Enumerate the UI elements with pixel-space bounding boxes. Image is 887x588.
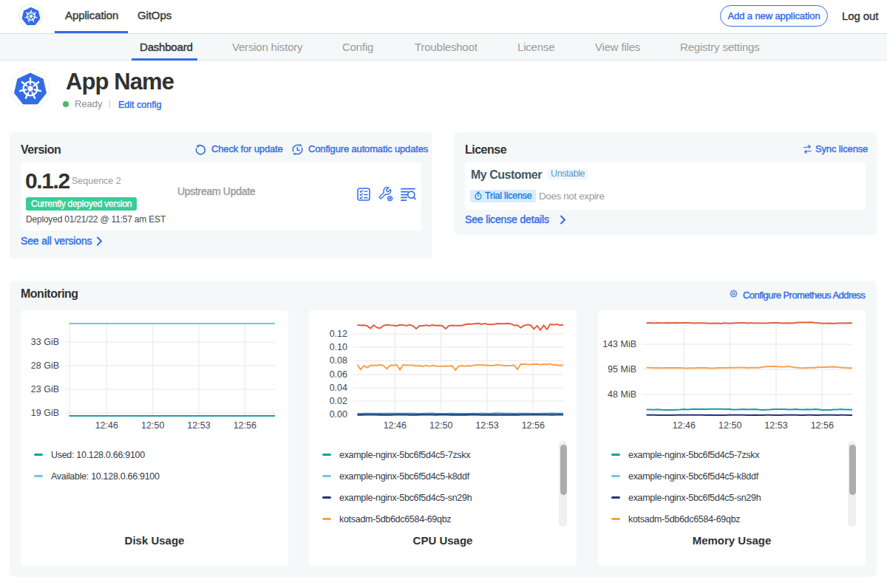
svg-text:0.08: 0.08 [330, 355, 347, 366]
svg-text:12:53: 12:53 [475, 420, 498, 431]
svg-text:12:46: 12:46 [384, 420, 407, 431]
svg-text:0.00: 0.00 [330, 409, 347, 420]
svg-text:95 MiB: 95 MiB [608, 364, 636, 375]
svg-text:12:56: 12:56 [234, 420, 256, 431]
svg-text:0.06: 0.06 [330, 369, 347, 380]
svg-text:19 GiB: 19 GiB [31, 408, 59, 418]
svg-text:12:53: 12:53 [187, 420, 210, 431]
svg-text:12:46: 12:46 [673, 420, 696, 431]
svg-text:0.10: 0.10 [330, 342, 347, 352]
svg-text:0.04: 0.04 [330, 383, 347, 393]
svg-text:12:50: 12:50 [141, 420, 164, 431]
svg-text:12:50: 12:50 [429, 420, 452, 431]
svg-text:28 GiB: 28 GiB [31, 360, 59, 371]
svg-text:12:53: 12:53 [764, 420, 787, 431]
svg-text:12:56: 12:56 [522, 420, 545, 431]
svg-text:0.12: 0.12 [330, 329, 347, 339]
svg-text:12:50: 12:50 [718, 420, 741, 431]
svg-text:33 GiB: 33 GiB [31, 337, 59, 347]
svg-text:12:56: 12:56 [811, 420, 834, 431]
svg-text:48 MiB: 48 MiB [608, 389, 636, 400]
svg-text:12:46: 12:46 [95, 420, 118, 431]
svg-text:143 MiB: 143 MiB [602, 339, 636, 349]
svg-text:0.02: 0.02 [330, 396, 347, 406]
svg-text:23 GiB: 23 GiB [31, 384, 59, 394]
